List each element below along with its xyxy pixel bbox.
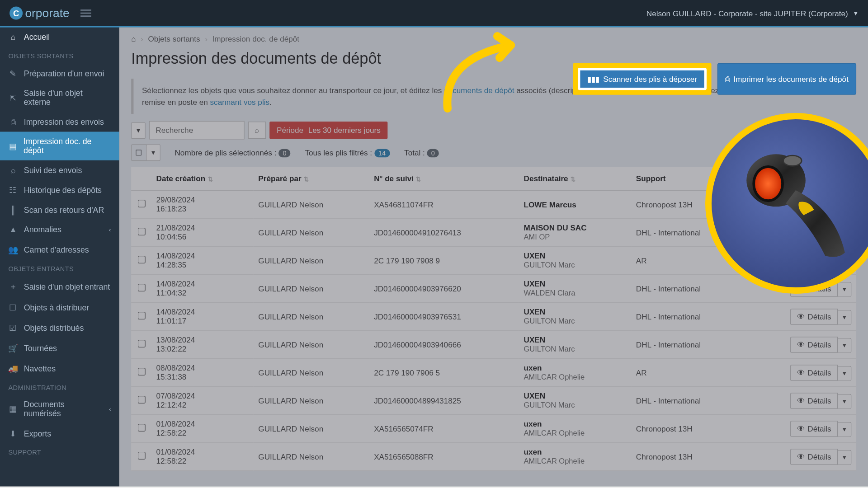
cell-date: 13/08/202413:02:22 [151,330,254,358]
cell-prep: GUILLARD Nelson [254,274,369,302]
sidebar-section: OBJETS ENTRANTS [0,260,119,276]
col-prep[interactable]: Préparé par⇅ [254,167,369,190]
filter-dropdown[interactable]: ▾ [131,122,146,139]
user-menu[interactable]: Nelson GUILLARD - Corporate - site JUPIT… [646,9,859,18]
logo-text: orporate [25,6,69,20]
breadcrumb: ⌂› Objets sortants› Impression doc. de d… [119,28,868,47]
row-checkbox[interactable] [137,228,145,235]
selected-count-badge: 0 [278,149,291,157]
search-button[interactable]: ⌕ [248,122,266,139]
sidebar-item[interactable]: ▲Anomalies‹ [0,220,119,240]
row-checkbox[interactable] [137,452,145,460]
details-button[interactable]: 👁 Détails [790,421,838,437]
print-icon: ⎙ [725,75,730,84]
row-checkbox[interactable] [137,284,145,291]
breadcrumb-link[interactable]: Objets sortants [148,35,200,44]
sort-icon: ⇅ [304,176,309,183]
row-checkbox[interactable] [137,340,145,347]
sidebar-item[interactable]: ║Scan des retours d'AR [0,200,119,220]
sidebar-item-label: Saisie d'un objet entrant [24,282,110,291]
link-scan[interactable]: scannant vos plis [210,98,270,107]
sidebar-item-label: Historique des dépôts [24,186,102,195]
sidebar-item[interactable]: ☑Objets distribués [0,318,119,338]
document-icon: ▤ [8,141,17,151]
row-checkbox[interactable] [137,200,145,207]
cart-icon: 🛒 [8,343,18,353]
details-button[interactable]: 👁 Détails [790,365,838,381]
cell-date: 14/08/202411:04:32 [151,274,254,302]
row-checkbox[interactable] [137,424,145,432]
table-row: 08/08/202415:31:38GUILLARD Nelson2C 179 … [131,358,856,386]
details-dropdown[interactable]: ▾ [838,394,851,408]
cell-dest: uxenAMILCAR Ophelie [519,414,631,442]
scan-button[interactable]: ▮▮▮ Scanner des plis à déposer [577,68,707,90]
col-dest[interactable]: Destinataire⇅ [519,167,631,190]
sidebar-item[interactable]: ⇱Saisie d'un objet externe [0,84,119,112]
edit-icon: ✎ [8,69,18,78]
print-button[interactable]: ⎙ Imprimer les documents de dépôt [717,63,856,95]
select-all-checkbox[interactable]: ☐ [132,145,146,159]
row-checkbox[interactable] [137,312,145,319]
sidebar-item-label: Objets distribués [24,324,84,333]
sidebar-item[interactable]: 🛒Tournées [0,338,119,358]
row-checkbox[interactable] [137,368,145,375]
period-filter[interactable]: Période Les 30 derniers jours [269,122,387,139]
button-label: Imprimer les documents de dépôt [733,75,848,84]
col-track[interactable]: N° de suivi⇅ [369,167,519,190]
cell-dest: uxenAMILCAR Ophelie [519,358,631,386]
details-button[interactable]: 👁 Détails [790,449,838,465]
cell-date: 21/08/202410:04:56 [151,218,254,246]
details-dropdown[interactable]: ▾ [838,282,851,296]
period-label: Période [277,126,303,135]
sidebar-item[interactable]: ⎙Impression des envois [0,112,119,132]
details-dropdown[interactable]: ▾ [838,450,851,465]
home-icon: ⌂ [8,33,18,42]
sidebar-item[interactable]: ▦Documents numérisés‹ [0,394,119,423]
details-dropdown[interactable]: ▾ [838,310,851,324]
cell-tracking: JD014600004903976620 [369,274,519,302]
highlight-annotation: ▮▮▮ Scanner des plis à déposer [573,63,712,95]
details-dropdown[interactable]: ▾ [838,338,851,352]
row-checkbox[interactable] [137,396,145,404]
sidebar-item-label: Objets à distribuer [24,303,90,312]
details-dropdown[interactable]: ▾ [838,422,851,436]
details-button[interactable]: 👁 Détails [790,337,838,353]
sidebar-item[interactable]: ⌕Suivi des envois [0,160,119,180]
row-checkbox[interactable] [137,256,145,263]
sidebar-item-label: Préparation d'un envoi [24,69,104,78]
select-all-dropdown[interactable]: ▾ [146,145,160,160]
sidebar-item[interactable]: 🚚Navettes [0,358,119,379]
sidebar-item-label: Tournées [24,343,57,352]
cell-support: DHL - International [631,274,746,302]
sidebar-item[interactable]: ✎Préparation d'un envoi [0,63,119,84]
cell-support: DHL - International [631,330,746,358]
sidebar-item[interactable]: ☷Historique des dépôts [0,180,119,200]
cell-tracking: JD014600004899431825 [369,386,519,414]
sidebar-item-label: Exports [24,429,51,438]
logo-icon: C [9,7,23,20]
check-icon: ☑ [8,323,18,333]
svg-point-3 [783,155,802,166]
link-documents[interactable]: documents de dépôt [444,86,514,95]
sidebar-item[interactable]: ☐Objets à distribuer [0,297,119,318]
details-button[interactable]: 👁 Détails [790,309,838,325]
cell-support: AR [631,358,746,386]
search-input[interactable] [149,121,245,140]
details-button[interactable]: 👁 Détails [790,393,838,409]
details-dropdown[interactable]: ▾ [838,366,851,380]
sidebar-item[interactable]: ＋Saisie d'un objet entrant [0,276,119,297]
sidebar-item[interactable]: ⬇Exports [0,423,119,443]
logo[interactable]: C orporate [9,6,70,20]
cell-dest: UXENGUILTON Marc [519,246,631,274]
sidebar-item-home[interactable]: ⌂Accueil [0,28,119,47]
cell-dest: LOWE Marcus [519,190,631,218]
home-icon[interactable]: ⌂ [131,35,136,44]
col-date[interactable]: Date création⇅ [151,167,254,190]
warning-icon: ▲ [8,225,18,235]
sidebar-item-active[interactable]: ▤Impression doc. de dépôt [0,131,119,160]
search-icon: ⌕ [8,166,18,175]
menu-toggle-icon[interactable] [80,9,91,17]
sidebar-item[interactable]: 👥Carnet d'adresses [0,239,119,260]
chevron-down-icon: ▼ [853,10,859,17]
period-value: Les 30 derniers jours [308,126,381,135]
